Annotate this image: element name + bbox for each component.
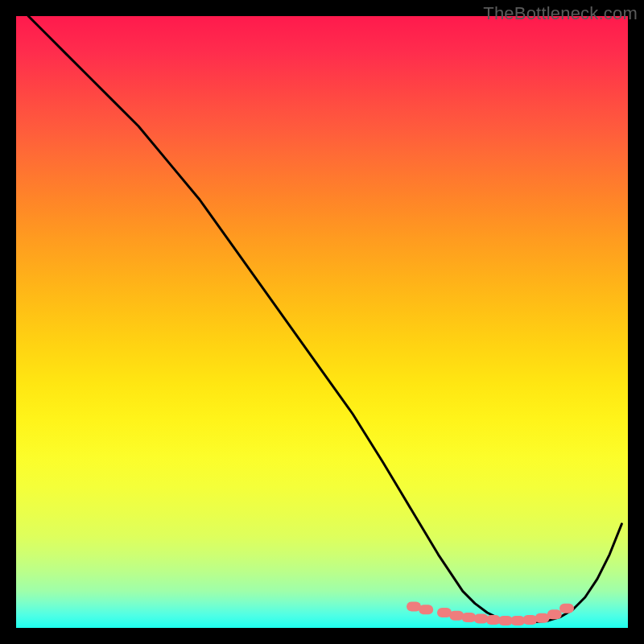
chart-plot-area (16, 16, 628, 628)
chart-frame: TheBottleneck.com (0, 0, 644, 644)
bottleneck-curve (28, 16, 621, 621)
scatter-marker (449, 611, 464, 621)
scatter-marker (547, 609, 562, 619)
scatter-marker (474, 614, 489, 624)
watermark-text: TheBottleneck.com (483, 3, 638, 24)
scatter-marker (522, 615, 537, 625)
scatter-marker (461, 613, 476, 622)
chart-overlay (16, 16, 628, 628)
scatter-marker (559, 604, 574, 613)
scatter-marker (419, 605, 433, 614)
